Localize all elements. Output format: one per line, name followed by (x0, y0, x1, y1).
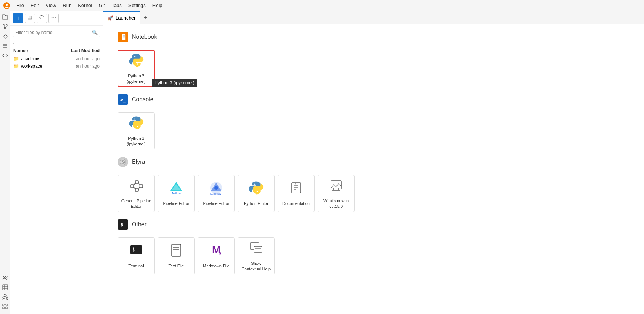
python-editor-icon (249, 180, 264, 199)
sidebar-table-icon[interactable] (1, 283, 10, 292)
column-last-modified[interactable]: Last Modified (63, 48, 100, 53)
section-elyra-header: Elyra (118, 157, 629, 170)
tab-launcher[interactable]: 🚀 Launcher (103, 11, 140, 24)
card-pipeline-airflow[interactable]: Airflow Pipeline Editor (158, 175, 195, 212)
menu-help[interactable]: Help (150, 2, 165, 9)
column-name[interactable]: Name ↑ (13, 48, 63, 53)
svg-text:Kubeflow: Kubeflow (210, 192, 221, 195)
svg-rect-65 (254, 246, 262, 252)
sidebar-extensions-icon[interactable] (1, 264, 10, 273)
python-icon-console (129, 115, 144, 134)
file-modified-workspace: an hour ago (63, 64, 100, 69)
elyra-section-icon (118, 157, 128, 167)
svg-text:i: i (295, 182, 296, 186)
card-contextual-help[interactable]: Show Contextual Help (238, 237, 275, 274)
svg-rect-34 (135, 188, 138, 191)
section-other: $_ Other $_ Terminal (118, 219, 629, 274)
console-cards: Python 3 (ipykernel) (118, 112, 629, 149)
sidebar-code-icon[interactable] (1, 51, 10, 60)
file-row-academy[interactable]: 📁 academy an hour ago (10, 55, 103, 63)
svg-text:$_: $_ (132, 247, 138, 252)
section-console-header: >_ Console (118, 94, 629, 108)
svg-line-38 (138, 182, 140, 186)
menu-file[interactable]: File (13, 2, 27, 9)
more-button[interactable] (48, 14, 59, 23)
card-label-pipeline-kubeflow: Pipeline Editor (203, 201, 229, 206)
svg-rect-32 (131, 185, 134, 188)
menu-settings[interactable]: Settings (125, 2, 149, 9)
upload-button[interactable] (25, 14, 35, 23)
section-notebook-header: Notebook (118, 32, 629, 45)
sidebar-files-icon[interactable] (1, 13, 10, 21)
other-section-title: Other (132, 221, 147, 228)
sidebar-users-icon[interactable] (1, 293, 10, 301)
folder-icon: 📁 (13, 56, 19, 61)
python-icon-notebook (129, 53, 144, 71)
card-label-python3-console: Python 3 (ipykernel) (121, 136, 151, 146)
svg-line-5 (4, 26, 5, 27)
notebook-cards: Python 3 (ipykernel) Python 3 (ipykernel… (118, 50, 629, 87)
card-label-python-editor: Python Editor (244, 201, 268, 206)
menubar: File Edit View Run Kernel Git Tabs Setti… (0, 0, 644, 11)
card-textfile[interactable]: Text File (158, 237, 195, 274)
notebook-section-icon (118, 32, 128, 42)
svg-rect-23 (53, 17, 54, 18)
menu-kernel[interactable]: Kernel (75, 2, 95, 9)
card-label-documentation: Documentation (282, 201, 310, 206)
card-label-markdown: Markdown File (203, 263, 229, 269)
menu-git[interactable]: Git (96, 2, 108, 9)
sidebar-puzzle-icon[interactable] (1, 302, 10, 311)
svg-point-4 (4, 27, 6, 29)
new-button[interactable]: + (13, 13, 23, 23)
app-logo (3, 2, 10, 9)
menu-view[interactable]: View (43, 2, 59, 9)
svg-point-17 (4, 294, 6, 297)
elyra-section-title: Elyra (132, 159, 145, 165)
svg-rect-24 (55, 17, 56, 18)
card-documentation[interactable]: i Documentation (278, 175, 315, 212)
card-python-editor[interactable]: Python Editor (238, 175, 275, 212)
console-section-title: Console (132, 96, 154, 103)
add-tab-button[interactable]: + (140, 11, 151, 24)
sidebar-tag-icon[interactable] (1, 32, 10, 41)
console-section-icon: >_ (118, 94, 128, 105)
section-other-header: $_ Other (118, 219, 629, 233)
content-area: 🚀 Launcher + Notebook (103, 11, 644, 314)
menu-edit[interactable]: Edit (28, 2, 42, 9)
file-row-workspace[interactable]: 📁 workspace an hour ago (10, 63, 103, 70)
card-pipeline-kubeflow[interactable]: Kubeflow Pipeline Editor (198, 175, 235, 212)
notebook-section-title: Notebook (132, 34, 157, 40)
sidebar-people-icon[interactable] (1, 273, 10, 282)
file-panel-toolbar: + (10, 11, 103, 26)
card-whatsnew[interactable]: What's new in v3.15.0 (318, 175, 355, 212)
refresh-button[interactable] (37, 14, 47, 23)
svg-point-18 (3, 297, 4, 298)
svg-point-12 (6, 276, 7, 277)
plus-icon: + (16, 15, 20, 21)
card-python3-console[interactable]: Python 3 (ipykernel) (118, 112, 155, 149)
search-input[interactable] (13, 28, 90, 37)
menu-run[interactable]: Run (60, 2, 74, 9)
kubeflow-icon: Kubeflow (209, 180, 224, 199)
svg-line-6 (5, 26, 7, 27)
card-label-textfile: Text File (169, 263, 184, 269)
card-label-terminal: Terminal (128, 263, 144, 269)
generic-pipeline-icon (129, 178, 144, 196)
sidebar-git-icon[interactable] (1, 22, 10, 31)
file-panel: + 🔍 / Name ↑ Last Modified 📁 (10, 11, 103, 314)
card-terminal[interactable]: $_ Terminal (118, 237, 155, 274)
card-python3-notebook[interactable]: Python 3 (ipykernel) Python 3 (ipykernel… (118, 50, 155, 87)
svg-rect-58 (172, 244, 181, 256)
section-elyra: Elyra (118, 157, 629, 212)
svg-rect-35 (140, 185, 143, 188)
card-generic-pipeline[interactable]: Generic Pipeline Editor (118, 175, 155, 212)
svg-point-45 (214, 186, 218, 190)
contextual-help-icon (249, 240, 264, 259)
sidebar-list-icon[interactable] (1, 41, 10, 50)
sort-asc-icon: ↑ (27, 49, 28, 53)
menu-tabs[interactable]: Tabs (108, 2, 124, 9)
svg-line-37 (134, 186, 135, 190)
card-label-whatsnew: What's new in v3.15.0 (321, 198, 351, 209)
svg-rect-26 (120, 34, 122, 40)
card-markdown[interactable]: M Markdown File (198, 237, 235, 274)
